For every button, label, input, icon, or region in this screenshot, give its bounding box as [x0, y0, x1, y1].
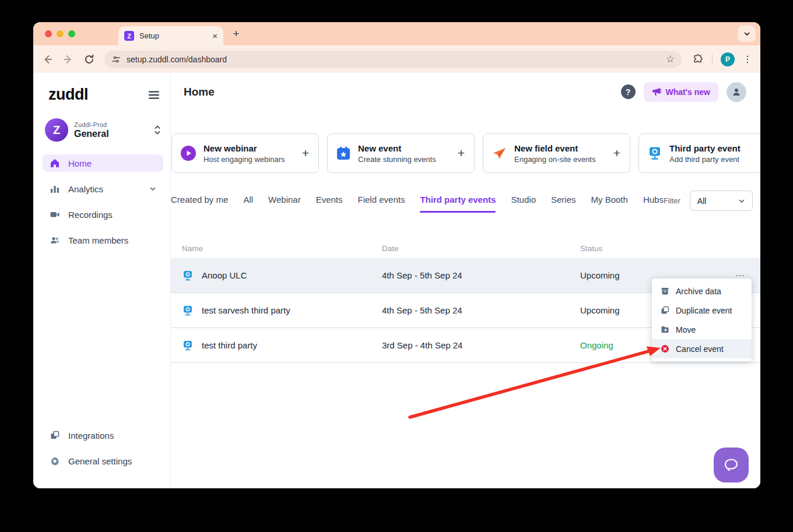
user-avatar[interactable]: [727, 82, 746, 102]
new-tab-button[interactable]: +: [229, 27, 243, 41]
column-date: Date: [382, 244, 580, 253]
sidebar-item-integrations[interactable]: Integrations: [43, 427, 163, 444]
sidebar-collapse-icon[interactable]: [148, 90, 160, 100]
card-subtitle: Add third party event: [669, 155, 741, 164]
analytics-icon: [50, 184, 60, 194]
close-window-button[interactable]: [45, 30, 52, 37]
extensions-puzzle-icon[interactable]: [692, 54, 704, 65]
table-header: Name Date Status: [171, 238, 760, 258]
sidebar-item-home[interactable]: Home: [43, 154, 163, 172]
url-text: setup.zuddl.com/dashboard: [127, 55, 227, 64]
browser-menu-icon[interactable]: ⋮: [743, 54, 752, 65]
tab-search-chevron-icon[interactable]: [738, 26, 756, 42]
plus-icon[interactable]: +: [302, 146, 309, 160]
sidebar-item-analytics[interactable]: Analytics: [43, 180, 163, 198]
card-new-field-event[interactable]: New field event Engaging on-site events …: [483, 133, 630, 173]
menu-item-label: Move: [676, 325, 696, 334]
tab-webinar[interactable]: Webinar: [268, 195, 301, 213]
third-party-monitor-icon: [182, 270, 194, 281]
sidebar-item-label: Recordings: [68, 210, 113, 220]
url-bar[interactable]: setup.zuddl.com/dashboard ☆: [104, 51, 682, 68]
browser-toolbar: setup.zuddl.com/dashboard ☆ P ⋮: [33, 45, 760, 73]
toolbar-divider: [712, 54, 713, 65]
bookmark-star-icon[interactable]: ☆: [666, 53, 675, 65]
tab-series[interactable]: Series: [551, 195, 576, 213]
menu-item-label: Duplicate event: [676, 306, 732, 315]
sidebar-item-general-settings[interactable]: General settings: [43, 452, 163, 470]
row-context-menu: Archive data Duplicate event Move Cancel…: [652, 279, 752, 361]
menu-item-duplicate-event[interactable]: Duplicate event: [652, 301, 752, 320]
sidebar-item-label: Analytics: [68, 184, 103, 194]
menu-item-label: Archive data: [676, 287, 721, 296]
chat-launcher-button[interactable]: [714, 448, 749, 482]
tab-title: Setup: [139, 31, 159, 40]
browser-tabstrip: Z Setup × +: [33, 22, 760, 45]
tab-third-party-events[interactable]: Third party events: [420, 195, 496, 213]
card-subtitle: Engaging on-site events: [514, 155, 595, 164]
window-controls: [45, 30, 75, 37]
card-title: New event: [358, 143, 436, 153]
cancel-icon: [661, 344, 669, 353]
forward-icon[interactable]: [62, 54, 74, 65]
sidebar-item-label: Team members: [68, 235, 128, 245]
tab-studio[interactable]: Studio: [511, 195, 536, 213]
workspace-selector[interactable]: Z Zuddl-Prod General: [45, 118, 161, 142]
card-title: New field event: [514, 143, 595, 153]
reload-icon[interactable]: [83, 54, 95, 65]
duplicate-icon: [661, 306, 669, 315]
column-status: Status: [580, 244, 722, 253]
workspace-org: Zuddl-Prod: [74, 121, 109, 128]
card-new-webinar[interactable]: New webinar Host engaging webinars +: [171, 133, 319, 173]
video-camera-icon: [50, 209, 60, 220]
sidebar-item-recordings[interactable]: Recordings: [43, 206, 163, 223]
event-date: 3rd Sep - 4th Sep 24: [382, 340, 580, 350]
card-title: Third party event: [669, 143, 741, 153]
person-icon: [731, 87, 742, 97]
column-name: Name: [171, 244, 382, 253]
browser-profile-avatar[interactable]: P: [721, 52, 735, 66]
filter-value: All: [697, 196, 707, 206]
sidebar-item-team-members[interactable]: Team members: [43, 231, 163, 249]
chevron-down-icon: [149, 185, 156, 192]
sidebar-item-label: Integrations: [68, 431, 114, 441]
menu-item-cancel-event[interactable]: Cancel event: [652, 339, 752, 358]
menu-item-move[interactable]: Move: [652, 320, 752, 339]
whats-new-button[interactable]: What's new: [644, 82, 718, 102]
menu-item-archive-data[interactable]: Archive data: [652, 281, 752, 301]
tab-events[interactable]: Events: [316, 195, 343, 213]
maximize-window-button[interactable]: [68, 30, 75, 37]
main-panel: Home ? What's new New web: [171, 73, 760, 488]
page-header: Home ? What's new: [171, 73, 760, 111]
back-icon[interactable]: [41, 54, 53, 65]
card-subtitle: Create stunning events: [358, 155, 436, 164]
chevron-down-icon: [738, 198, 745, 205]
help-icon[interactable]: ?: [621, 84, 636, 99]
tab-hubs[interactable]: Hubs: [643, 195, 664, 213]
menu-item-label: Cancel event: [676, 344, 724, 354]
event-date: 4th Sep - 5th Sep 24: [382, 270, 580, 280]
tab-field-events[interactable]: Field events: [358, 195, 405, 213]
tab-close-icon[interactable]: ×: [212, 31, 217, 41]
site-settings-icon[interactable]: [111, 55, 121, 64]
plus-icon[interactable]: +: [458, 146, 465, 160]
event-name: Anoop ULC: [202, 270, 247, 280]
plus-icon[interactable]: +: [613, 146, 620, 160]
tab-all[interactable]: All: [243, 195, 253, 213]
card-third-party-event[interactable]: Third party event Add third party event …: [638, 133, 760, 173]
quick-create-cards: New webinar Host engaging webinars + New…: [171, 133, 760, 173]
filter-dropdown[interactable]: All: [690, 191, 753, 211]
integrations-icon: [50, 430, 60, 441]
tab-my-booth[interactable]: My Booth: [591, 195, 628, 213]
event-name: test third party: [202, 340, 257, 350]
home-icon: [50, 158, 60, 168]
tab-created-by-me[interactable]: Created by me: [171, 195, 228, 213]
archive-icon: [661, 287, 669, 295]
browser-tab-setup[interactable]: Z Setup ×: [118, 26, 223, 45]
whats-new-label: What's new: [666, 87, 710, 97]
card-new-event[interactable]: New event Create stunning events +: [327, 133, 475, 173]
filter-label: Filter: [664, 196, 680, 205]
card-title: New webinar: [203, 143, 285, 153]
minimize-window-button[interactable]: [57, 30, 64, 37]
workspace-avatar: Z: [45, 118, 68, 142]
sidebar-item-label: Home: [68, 158, 92, 168]
